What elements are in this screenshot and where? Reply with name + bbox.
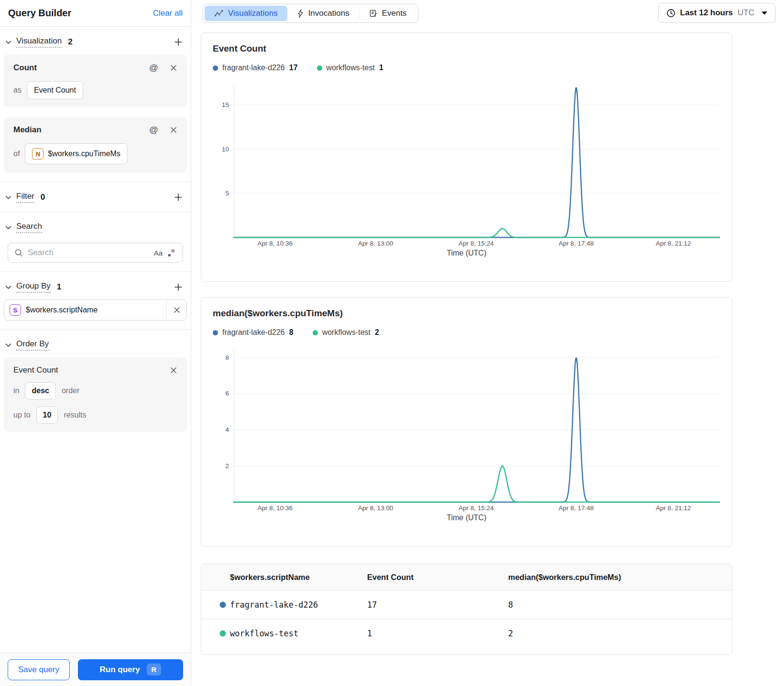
series-name: fragrant-lake-d226: [222, 328, 285, 337]
cell-script-name: fragrant-lake-d226: [201, 600, 367, 610]
filter-label: Filter: [16, 192, 34, 203]
order-by-field: Event Count: [13, 365, 58, 375]
event-count-chart-card: Event Count fragrant-lake-d226 17 workfl…: [201, 32, 732, 282]
series-value: 17: [289, 64, 298, 72]
event-count-line-chart: 51015Apr 8, 10:36Apr 8, 13:00Apr 8, 15:2…: [213, 80, 720, 248]
series-name: fragrant-lake-d226: [222, 64, 285, 72]
number-type-icon: N: [32, 148, 44, 160]
series-name: workflows-test: [327, 64, 375, 72]
svg-text:5: 5: [225, 190, 229, 197]
count-card-title: Count: [13, 63, 37, 73]
alias-value-box[interactable]: Event Count: [27, 81, 83, 99]
cell-median: 8: [508, 600, 732, 610]
sidebar-header: Query Builder Clear all: [0, 0, 191, 27]
match-case-icon[interactable]: Aa: [154, 249, 163, 257]
chevron-down-icon[interactable]: [5, 342, 12, 349]
cell-event-count: 17: [367, 600, 508, 610]
svg-text:15: 15: [222, 101, 229, 108]
legend-item[interactable]: fragrant-lake-d226 17: [213, 64, 298, 72]
x-axis-title: Time (UTC): [213, 249, 720, 257]
svg-text:4: 4: [225, 426, 229, 433]
svg-text:8: 8: [225, 354, 229, 361]
clear-all-link[interactable]: Clear all: [153, 9, 183, 18]
add-filter-button[interactable]: [174, 193, 183, 202]
keyboard-shortcut-badge: R: [147, 664, 162, 675]
svg-text:Apr 8, 10:36: Apr 8, 10:36: [258, 504, 293, 512]
chevron-down-icon[interactable]: [5, 284, 12, 291]
series-dot: [213, 65, 218, 71]
legend-item[interactable]: workflows-test 2: [313, 328, 379, 337]
series-name: workflows-test: [322, 328, 370, 337]
of-label: of: [13, 150, 20, 158]
column-header-script-name: $workers.scriptName: [201, 573, 367, 582]
svg-text:Apr 8, 17:48: Apr 8, 17:48: [558, 240, 594, 247]
chart-title: median($workers.cpuTimeMs): [213, 308, 720, 319]
svg-text:Apr 8, 17:48: Apr 8, 17:48: [558, 504, 594, 512]
group-by-field: $workers.scriptName: [26, 306, 98, 314]
svg-text:2: 2: [225, 462, 229, 470]
tab-events[interactable]: Events: [359, 6, 416, 21]
view-tabs: Visualizations Invocations Events: [203, 4, 418, 23]
table-row: fragrant-lake-d226 17 8: [201, 590, 732, 619]
line-chart-icon: [214, 10, 224, 17]
timezone-label: UTC: [738, 8, 754, 18]
alias-icon[interactable]: @: [149, 125, 158, 135]
string-type-icon: S: [10, 304, 21, 316]
search-icon: [14, 248, 23, 257]
visualization-card-median: Median @ of N $workers.cpuTimeMs: [4, 117, 187, 172]
search-input[interactable]: [28, 248, 149, 257]
column-header-event-count: Event Count: [367, 573, 508, 582]
svg-text:6: 6: [225, 390, 229, 397]
chevron-down-icon[interactable]: [5, 194, 12, 201]
group-by-item[interactable]: S $workers.scriptName: [4, 300, 187, 321]
tab-label: Visualizations: [228, 9, 278, 18]
time-range-label: Last 12 hours: [680, 8, 733, 18]
alias-icon[interactable]: @: [149, 63, 158, 73]
svg-text:Apr 8, 15:24: Apr 8, 15:24: [458, 240, 494, 247]
svg-text:*: *: [171, 248, 175, 257]
alias-value: Event Count: [34, 86, 76, 95]
median-field-box[interactable]: N $workers.cpuTimeMs: [25, 143, 127, 164]
filter-count: 0: [41, 193, 45, 202]
remove-group-by-button[interactable]: [166, 300, 186, 320]
svg-text:Apr 8, 15:24: Apr 8, 15:24: [458, 504, 494, 512]
add-group-by-button[interactable]: [174, 282, 183, 292]
chevron-down-icon[interactable]: [5, 224, 12, 231]
lightning-icon: [297, 9, 304, 18]
main-content: Visualizations Invocations Events Last 1…: [192, 0, 784, 686]
time-range-selector[interactable]: Last 12 hours UTC: [658, 3, 776, 23]
tab-visualizations[interactable]: Visualizations: [205, 6, 287, 21]
cell-median: 2: [508, 629, 732, 638]
series-value: 2: [375, 328, 379, 337]
legend-item[interactable]: workflows-test 1: [317, 64, 383, 72]
results-label: results: [64, 411, 86, 419]
save-query-button[interactable]: Save query: [8, 659, 70, 680]
median-field-value: $workers.cpuTimeMs: [48, 150, 120, 158]
add-visualization-button[interactable]: [174, 37, 183, 47]
clock-icon: [666, 9, 675, 18]
close-icon[interactable]: [170, 366, 177, 374]
in-label: in: [13, 386, 19, 395]
divider: [0, 271, 191, 272]
run-query-button[interactable]: Run query R: [78, 659, 183, 680]
median-cputime-line-chart: 2468Apr 8, 10:36Apr 8, 13:00Apr 8, 15:24…: [213, 344, 720, 513]
limit-input[interactable]: 10: [36, 407, 58, 424]
close-icon[interactable]: [170, 64, 177, 72]
chevron-down-icon[interactable]: [5, 39, 12, 46]
cell-script-name: workflows-test: [201, 629, 367, 638]
median-cputime-chart-card: median($workers.cpuTimeMs) fragrant-lake…: [201, 297, 732, 547]
regex-icon[interactable]: *: [167, 248, 176, 257]
chart-title: Event Count: [213, 43, 720, 54]
search-box: Aa *: [8, 243, 183, 263]
chart-legend: fragrant-lake-d226 17 workflows-test 1: [213, 64, 720, 72]
search-section-header: Search: [0, 216, 191, 239]
events-icon: [369, 9, 378, 18]
median-card-title: Median: [13, 125, 42, 135]
legend-item[interactable]: fragrant-lake-d226 8: [213, 328, 294, 337]
series-dot: [220, 601, 226, 608]
tab-invocations[interactable]: Invocations: [287, 6, 359, 21]
direction-select[interactable]: desc: [25, 382, 55, 399]
table-row: workflows-test 1 2: [201, 619, 732, 648]
close-icon[interactable]: [170, 126, 177, 134]
svg-text:Apr 8, 13:00: Apr 8, 13:00: [358, 504, 393, 512]
